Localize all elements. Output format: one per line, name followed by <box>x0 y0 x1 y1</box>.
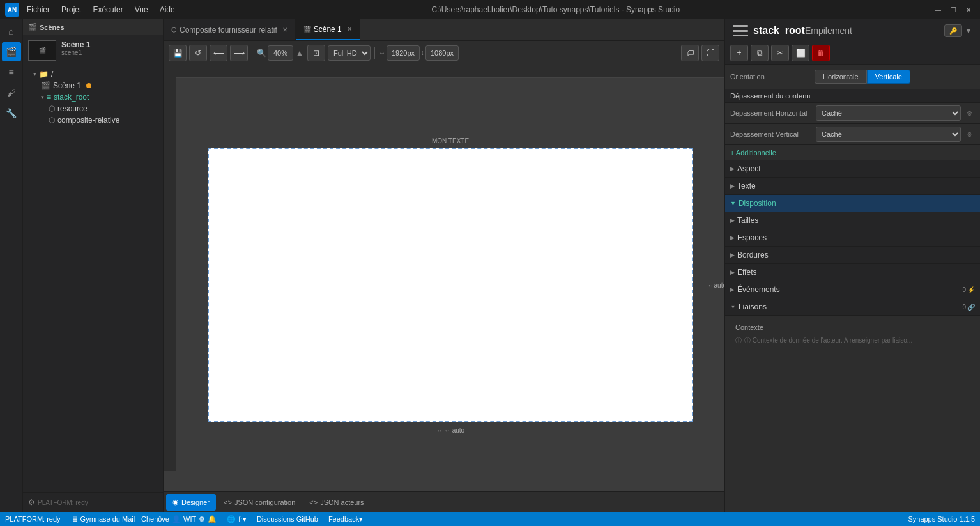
status-platform: PLATFORM: redy <box>5 515 61 523</box>
orient-vertical-button[interactable]: Verticale <box>867 70 910 84</box>
tree-item-scene1[interactable]: 🎬 Scène 1 <box>23 80 163 91</box>
scene-info: 🎬 Scène 1 scene1 <box>23 35 163 66</box>
overflow-horiz-config-icon[interactable]: ⚙ <box>963 107 975 119</box>
menu-executer[interactable]: Exécuter <box>88 4 128 15</box>
menu-projet[interactable]: Projet <box>56 4 86 15</box>
widget-title: stack_root <box>733 25 805 36</box>
overflow-vert-config-icon[interactable]: ⚙ <box>963 128 975 140</box>
section-liaisons-label: Liaisons <box>739 302 960 311</box>
dimensions-group: ↔ ↕ <box>379 45 459 61</box>
tab-json-config[interactable]: <> JSON configuration <box>217 494 302 511</box>
overflow-vert-row: Dépassement Vertical Caché Visible Auto … <box>725 124 980 145</box>
undo-button[interactable]: ↺ <box>189 45 207 61</box>
height-arrow-icon: ↕ <box>421 49 424 56</box>
section-evenements[interactable]: ▶ Événements 0 ⚡ <box>725 281 980 298</box>
copy-button[interactable]: ⧉ <box>751 45 769 61</box>
canvas-label-right: ↔auto <box>708 281 724 288</box>
tab-designer-label: Designer <box>181 499 210 506</box>
tree-item-root[interactable]: ▾ 📁 / <box>23 68 163 80</box>
tree-item-composite-relative[interactable]: ⬡ composite-relative <box>23 114 163 126</box>
chevron-right-icon: ▶ <box>730 252 735 258</box>
stack-icon: ≡ <box>47 93 51 102</box>
context-row: Contexte <box>730 321 975 334</box>
save-button[interactable]: 💾 <box>169 45 187 61</box>
tab-bar: ⬡ Composite fournisseur relatif ✕ 🎬 Scèn… <box>164 19 724 41</box>
tree-label-scene1: Scène 1 <box>53 81 81 90</box>
title-bar: AN Fichier Projet Exécuter Vue Aide C:\U… <box>0 0 980 19</box>
tag-button[interactable]: 🏷 <box>681 45 699 61</box>
section-liaisons[interactable]: ▼ Liaisons 0 🔗 <box>725 298 980 316</box>
sidebar-icon-brush[interactable]: 🖌 <box>2 83 21 102</box>
section-espaces[interactable]: ▶ Espaces <box>725 229 980 247</box>
tab-composite[interactable]: ⬡ Composite fournisseur relatif ✕ <box>164 19 296 40</box>
sidebar-icon-layers[interactable]: ≡ <box>2 63 21 82</box>
chevron-right-icon: ▶ <box>730 183 735 189</box>
section-aspect[interactable]: ▶ Aspect <box>725 160 980 178</box>
settings-icon[interactable]: ⚙ <box>28 498 35 507</box>
tab-json-acteurs[interactable]: <> JSON acteurs <box>303 494 370 511</box>
minimize-button[interactable]: — <box>931 3 944 16</box>
tree-label-composite-relative: composite-relative <box>57 116 119 125</box>
sidebar-icon-home[interactable]: ⌂ <box>2 22 21 41</box>
sidebar-icon-scenes[interactable]: 🎬 <box>2 42 21 61</box>
redo-button-right[interactable]: ⟶ <box>230 45 248 61</box>
status-lang[interactable]: 🌐 fr▾ <box>227 515 247 523</box>
chevron-right-icon: ▶ <box>730 286 735 293</box>
aspect-ratio-button[interactable]: ⊡ <box>307 45 325 61</box>
section-aspect-label: Aspect <box>737 164 975 173</box>
orient-horizontal-button[interactable]: Horizontale <box>815 70 867 84</box>
addl-link[interactable]: + Additionnelle <box>730 149 975 157</box>
menu-aide[interactable]: Aide <box>155 4 180 15</box>
tab-scene-icon: 🎬 <box>303 26 311 33</box>
chevron-down-icon: ▾ <box>41 94 44 100</box>
resolution-select[interactable]: Full HD HD 4K <box>328 45 371 61</box>
tab-scene1[interactable]: 🎬 Scène 1 ✕ <box>296 19 360 40</box>
section-bordures[interactable]: ▶ Bordures <box>725 247 980 264</box>
toolbar-separator2 <box>374 47 375 59</box>
section-disposition[interactable]: ▼ Disposition <box>725 195 980 212</box>
tab-designer[interactable]: ◉ Designer <box>166 494 216 511</box>
width-input[interactable] <box>387 45 420 61</box>
key-icon[interactable]: 🔑 <box>944 24 962 37</box>
height-input[interactable] <box>425 45 459 61</box>
maximize-button[interactable]: ❐ <box>947 3 960 16</box>
delete-button[interactable]: 🗑 <box>812 45 830 61</box>
tab-scene1-label: Scène 1 <box>314 25 342 34</box>
tree-item-stack-root[interactable]: ▾ ≡ stack_root <box>23 91 163 103</box>
status-version: Synapps Studio 1.1.5 <box>908 515 975 523</box>
folder-icon: 📁 <box>39 70 49 79</box>
section-texte[interactable]: ▶ Texte <box>725 178 980 195</box>
status-discussions[interactable]: Discussions GitHub <box>257 515 318 523</box>
ruler-top <box>176 65 724 78</box>
add-button[interactable]: + <box>730 45 748 61</box>
location-icon: 🖥 <box>71 515 78 523</box>
overflow-horiz-select[interactable]: Caché Visible Auto <box>816 105 961 121</box>
evenements-badge: 0 ⚡ <box>962 286 975 293</box>
toolbar-separator <box>252 47 252 59</box>
tree-item-resource[interactable]: ⬡ resource <box>23 103 163 114</box>
redo-button-left[interactable]: ⟵ <box>210 45 227 61</box>
menu-vue[interactable]: Vue <box>130 4 153 15</box>
sidebar-icon-tools[interactable]: 🔧 <box>2 104 21 123</box>
paste-button[interactable]: ⬜ <box>792 45 809 61</box>
ruler-left <box>164 65 176 471</box>
zoom-input[interactable] <box>268 45 293 61</box>
canvas-label-bottom: ↔ ↔ auto <box>436 427 464 434</box>
section-effets[interactable]: ▶ Effets <box>725 264 980 281</box>
tree-label-resource: resource <box>57 104 88 113</box>
close-button[interactable]: ✕ <box>962 3 975 16</box>
section-bordures-label: Bordures <box>737 251 975 259</box>
tree-section: ▾ 📁 / 🎬 Scène 1 ▾ ≡ stack_root ⬡ resourc… <box>23 66 163 492</box>
menu-fichier[interactable]: Fichier <box>22 4 55 15</box>
cut-button[interactable]: ✂ <box>771 45 789 61</box>
expand-icon[interactable]: ▼ <box>965 26 972 35</box>
resource-icon: ⬡ <box>49 104 55 113</box>
widget-type: Empilement <box>805 26 852 36</box>
tab-composite-close[interactable]: ✕ <box>282 26 287 33</box>
tab-scene1-close[interactable]: ✕ <box>347 26 352 33</box>
status-feedback[interactable]: Feedback▾ <box>328 515 363 523</box>
zoom-up-button[interactable]: ▲ <box>295 48 305 58</box>
fullscreen-button[interactable]: ⛶ <box>701 45 719 61</box>
overflow-vert-select[interactable]: Caché Visible Auto <box>816 127 961 142</box>
section-tailles[interactable]: ▶ Tailles <box>725 212 980 229</box>
